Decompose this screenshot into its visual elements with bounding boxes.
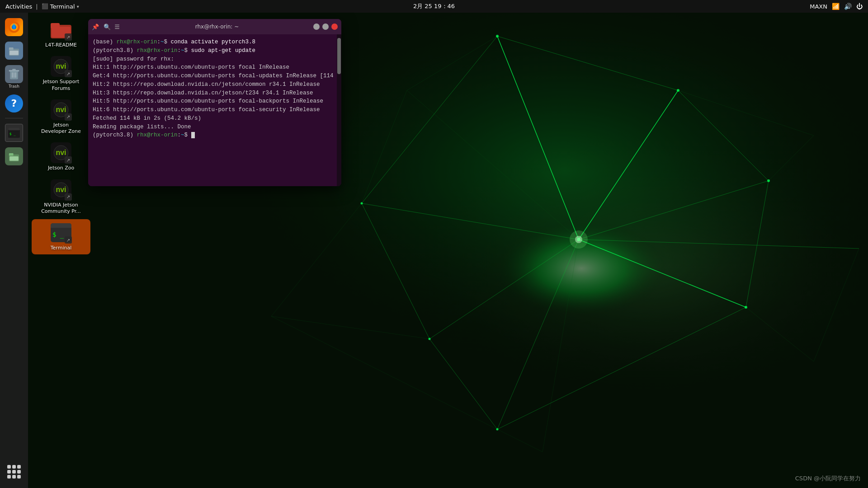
sidebar-divider xyxy=(5,118,23,118)
svg-line-28 xyxy=(814,249,859,361)
search-icon[interactable]: 🔍 xyxy=(104,23,111,30)
svg-line-24 xyxy=(407,90,579,239)
terminal-body-wrap: (base) rhx@rhx-orin:~$ conda activate py… xyxy=(88,34,341,186)
app-grid-button[interactable] xyxy=(0,461,28,483)
svg-line-31 xyxy=(271,316,497,429)
terminal-body[interactable]: (base) rhx@rhx-orin:~$ conda activate py… xyxy=(88,34,337,186)
jetson-zoo-icon: nvi ↗ xyxy=(50,142,72,164)
svg-line-13 xyxy=(678,90,769,181)
terminal-titlebar: 📌 🔍 ☰ rhx@rhx-orin: ~ xyxy=(88,19,341,34)
svg-line-18 xyxy=(362,36,497,203)
svg-text:nvi: nvi xyxy=(56,186,66,193)
desktop-icon-l4t-readme[interactable]: ↗ L4T-README xyxy=(32,16,90,51)
svg-line-26 xyxy=(678,90,814,136)
files-icon xyxy=(5,42,23,60)
l4t-readme-icon: ↗ xyxy=(50,19,72,41)
svg-point-37 xyxy=(767,179,770,182)
topbar-left: Activities | ⬛ Terminal ▾ xyxy=(5,3,79,10)
terminal-scrollbar-thumb[interactable] xyxy=(337,38,341,74)
svg-line-25 xyxy=(769,136,814,181)
app-grid-icon xyxy=(5,463,23,481)
volume-icon[interactable]: 🔊 xyxy=(844,3,852,10)
svg-point-36 xyxy=(677,89,679,92)
svg-point-38 xyxy=(745,306,747,309)
svg-line-7 xyxy=(579,239,746,307)
trash-icon xyxy=(5,65,23,83)
wifi-icon[interactable]: 📶 xyxy=(832,3,840,10)
svg-line-5 xyxy=(579,90,678,239)
sidebar-item-trash[interactable]: Trash xyxy=(2,63,26,91)
watermark: CSDN @小阮同学在努力 xyxy=(795,474,861,483)
topbar-datetime[interactable]: 2月 25 19：46 xyxy=(413,2,455,10)
desktop-icon-jetson-support[interactable]: nvi ↗ Jetson SupportForums xyxy=(32,53,90,94)
sidebar-item-firefox[interactable] xyxy=(2,16,26,38)
nvidia-community-icon: nvi ↗ xyxy=(50,179,72,201)
terminal-line-9: Hit:6 http://ports.ubuntu.com/ubuntu-por… xyxy=(93,106,332,114)
svg-rect-79 xyxy=(51,225,71,228)
svg-line-21 xyxy=(579,239,746,307)
svg-point-40 xyxy=(361,202,363,205)
terminal-line-7: Hit:3 https://repo.download.nvidia.cn/je… xyxy=(93,89,332,98)
sidebar-item-terminal-dock[interactable]: $ _ xyxy=(2,122,26,144)
svg-text:$ _: $ _ xyxy=(52,231,64,239)
minimize-button[interactable] xyxy=(313,23,320,30)
svg-text:nvi: nvi xyxy=(56,62,66,70)
desktop: Activities | ⬛ Terminal ▾ 2月 25 19：46 MA… xyxy=(0,0,868,488)
svg-text:$ _: $ _ xyxy=(9,131,16,136)
svg-line-33 xyxy=(542,239,579,452)
help-icon: ? xyxy=(5,94,23,113)
desktop-icon-jetson-zoo[interactable]: nvi ↗ Jetson Zoo xyxy=(32,139,90,174)
sidebar-item-files2[interactable] xyxy=(2,145,26,167)
svg-line-14 xyxy=(746,181,769,307)
terminal-icon-small: ⬛ xyxy=(42,3,48,9)
terminal-line-8: Hit:5 http://ports.ubuntu.com/ubuntu-por… xyxy=(93,97,332,106)
terminal-line-4: Hit:1 http://ports.ubuntu.com/ubuntu-por… xyxy=(93,63,332,72)
svg-text:nvi: nvi xyxy=(56,149,66,156)
svg-line-22 xyxy=(407,36,497,90)
svg-point-35 xyxy=(496,35,499,38)
svg-line-16 xyxy=(429,339,497,429)
terminal-window: 📌 🔍 ☰ rhx@rhx-orin: ~ (base) rhx@rhx-ori… xyxy=(88,19,341,186)
trash-label: Trash xyxy=(9,84,19,89)
svg-line-19 xyxy=(497,36,579,239)
maximize-button[interactable] xyxy=(322,23,329,30)
dropdown-arrow: ▾ xyxy=(77,4,79,9)
desktop-icon-jetson-developer[interactable]: nvi ↗ JetsonDeveloper Zone xyxy=(32,96,90,138)
svg-rect-52 xyxy=(12,69,16,71)
nvidia-label: MAXN xyxy=(810,3,827,10)
jetson-support-label: Jetson SupportForums xyxy=(43,79,80,92)
terminal-scrollbar[interactable] xyxy=(337,34,341,186)
activities-label[interactable]: Activities xyxy=(5,3,32,10)
svg-line-29 xyxy=(271,203,362,316)
terminal-tab[interactable]: ⬛ Terminal ▾ xyxy=(42,3,79,10)
svg-line-32 xyxy=(497,429,542,452)
power-icon[interactable]: ⏻ xyxy=(856,3,863,10)
terminal-line-11: Reading package lists... Done xyxy=(93,123,332,131)
firefox-icon xyxy=(5,18,23,36)
svg-line-10 xyxy=(497,239,579,429)
menu-icon[interactable]: ☰ xyxy=(113,23,121,30)
desktop-icon-terminal[interactable]: $ _ ↗ Terminal xyxy=(32,219,90,254)
terminal-cursor xyxy=(191,132,195,138)
svg-line-12 xyxy=(497,36,678,90)
topbar: Activities | ⬛ Terminal ▾ 2月 25 19：46 MA… xyxy=(0,0,868,13)
terminal-title: rhx@rhx-orin: ~ xyxy=(123,23,311,30)
close-button[interactable] xyxy=(331,23,338,30)
topbar-right: MAXN 📶 🔊 ⏻ xyxy=(810,3,863,10)
l4t-readme-label: L4T-README xyxy=(45,42,77,48)
files2-icon xyxy=(5,147,23,165)
svg-point-34 xyxy=(577,238,580,241)
svg-line-4 xyxy=(497,36,579,239)
svg-line-27 xyxy=(746,307,814,361)
jetson-support-icon: nvi ↗ xyxy=(50,56,72,77)
svg-point-42 xyxy=(570,230,588,249)
desktop-icon-nvidia-jetson-community[interactable]: nvi ↗ NVIDIA JetsonCommunity Pr... xyxy=(32,176,90,218)
terminal-line-5: Get:4 http://ports.ubuntu.com/ubuntu-por… xyxy=(93,72,332,80)
sidebar-item-help[interactable]: ? xyxy=(2,93,26,114)
svg-line-17 xyxy=(362,203,429,339)
pin-icon[interactable]: 📌 xyxy=(92,23,99,30)
svg-line-9 xyxy=(362,203,579,239)
sidebar-item-files[interactable] xyxy=(2,40,26,61)
svg-rect-57 xyxy=(8,128,20,130)
svg-line-30 xyxy=(271,316,429,339)
